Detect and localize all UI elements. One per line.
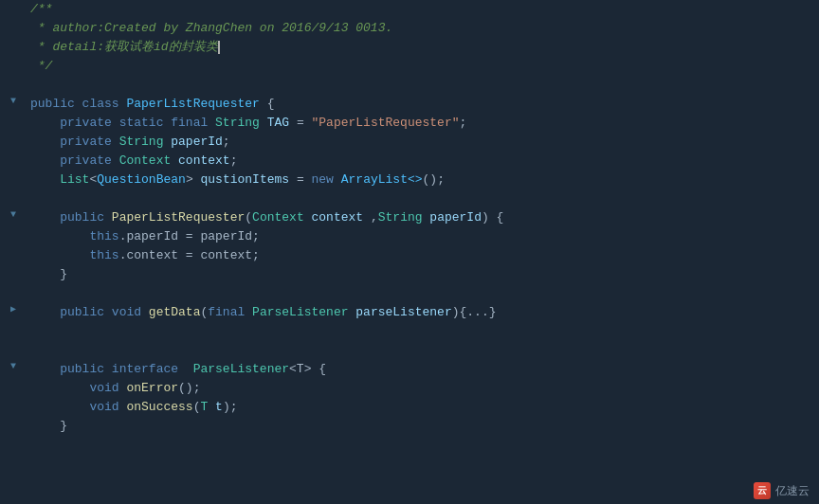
line-gutter (0, 341, 27, 354)
fold-icon[interactable] (7, 76, 20, 89)
code-token: paperId (171, 135, 223, 149)
code-token (30, 248, 89, 262)
line-gutter (0, 436, 27, 449)
line-content: public class PaperListRequester { (27, 95, 819, 114)
line-gutter (0, 322, 27, 335)
line-gutter (0, 227, 27, 241)
code-token (30, 172, 60, 187)
code-token: interface (112, 362, 186, 376)
line-gutter (0, 265, 27, 279)
line-content: public void getData(final ParseListener … (27, 303, 819, 322)
code-token: ParseListener (252, 305, 355, 319)
line-content: /** (27, 0, 819, 19)
code-token (30, 210, 60, 225)
fold-icon[interactable] (7, 0, 20, 13)
code-line (0, 189, 819, 208)
fold-icon[interactable]: ▼ (7, 95, 20, 108)
fold-icon[interactable]: ▶ (7, 474, 20, 476)
code-line (0, 341, 819, 360)
code-token: } (30, 419, 67, 433)
code-token: { (260, 97, 275, 111)
fold-icon[interactable] (7, 379, 20, 392)
fold-icon[interactable] (7, 189, 20, 203)
fold-icon[interactable] (7, 38, 20, 51)
code-token: ( (245, 210, 252, 225)
line-gutter (0, 152, 27, 165)
code-token: 获取试卷id的封装类 (104, 40, 218, 54)
fold-icon[interactable] (7, 246, 20, 260)
fold-icon[interactable] (7, 284, 20, 297)
fold-icon[interactable] (7, 417, 20, 430)
fold-icon[interactable] (7, 152, 20, 165)
code-line: * author:Created by ZhangChen on 2016/9/… (0, 19, 819, 38)
fold-icon[interactable] (7, 341, 20, 354)
line-content: public interface ParseListener<T> { (27, 360, 819, 379)
code-token: ) { (482, 210, 503, 225)
line-gutter (0, 133, 27, 146)
code-area: /** * author:Created by ZhangChen on 201… (0, 0, 819, 476)
line-content: } (27, 417, 819, 436)
code-token: PaperListRequester (126, 97, 259, 111)
fold-icon[interactable] (7, 171, 20, 184)
code-token: onError (126, 381, 178, 395)
code-token: this (89, 248, 118, 262)
code-token: parseListener (355, 305, 451, 319)
fold-icon[interactable] (7, 398, 20, 411)
line-content: void onError(); (27, 379, 819, 398)
code-line: ▼ public interface ParseListener<T> { (0, 360, 819, 379)
code-line: ▶ public void getData(final ParseListene… (0, 303, 819, 322)
code-line (0, 284, 819, 303)
line-content: public PaperListRequester(Context contex… (27, 208, 819, 227)
code-line: } (0, 417, 819, 436)
code-token: public (30, 97, 82, 111)
fold-icon[interactable] (7, 322, 20, 335)
fold-icon[interactable] (7, 133, 20, 146)
code-editor: /** * author:Created by ZhangChen on 201… (0, 0, 819, 504)
code-token: , (371, 210, 378, 225)
line-gutter (0, 171, 27, 184)
watermark-icon: 云 (754, 482, 771, 499)
line-content: this.context = context; (27, 246, 819, 265)
code-token: new (312, 172, 341, 187)
code-line: void onError(); (0, 379, 819, 398)
code-token: T (200, 400, 215, 414)
fold-icon[interactable] (7, 19, 20, 32)
code-token: PaperListRequester (112, 210, 245, 225)
code-line (0, 76, 819, 95)
code-line: ▶ private void parserData(final ParseLis… (0, 474, 819, 476)
fold-icon[interactable] (7, 57, 20, 70)
code-token: ){...} (452, 305, 497, 319)
code-line: private Context context; (0, 152, 819, 171)
code-line: } (0, 265, 819, 284)
fold-icon[interactable] (7, 265, 20, 279)
fold-icon[interactable] (7, 227, 20, 241)
code-token: } (30, 267, 67, 281)
code-token: paperId (429, 210, 482, 225)
code-token (30, 116, 60, 130)
code-line: private static final String TAG = "Paper… (0, 114, 819, 133)
code-token: static (119, 116, 172, 130)
fold-icon[interactable]: ▼ (7, 208, 20, 222)
line-content: * author:Created by ZhangChen on 2016/9/… (27, 19, 819, 38)
line-gutter: ▶ (0, 303, 27, 316)
line-content: * detail:获取试卷id的封装类 (27, 38, 819, 57)
line-gutter (0, 398, 27, 411)
code-token: public (60, 362, 112, 376)
line-content: this.paperId = paperId; (27, 227, 819, 246)
fold-icon[interactable] (7, 436, 20, 449)
line-content: List<QuestionBean> qustionItems = new Ar… (27, 171, 819, 189)
line-content: private static final String TAG = "Paper… (27, 114, 819, 133)
fold-icon[interactable]: ▼ (7, 360, 20, 373)
code-token: void (112, 305, 149, 319)
fold-icon[interactable] (7, 455, 20, 468)
code-token: .context = context; (119, 248, 260, 262)
fold-icon[interactable] (7, 114, 20, 127)
line-content: */ (27, 57, 819, 76)
code-line (0, 436, 819, 455)
line-content: private void parserData(final ParseListe… (27, 474, 819, 476)
code-token: ArrayList<> (341, 172, 423, 187)
fold-icon[interactable]: ▶ (7, 303, 20, 316)
code-token: String (215, 116, 267, 130)
line-content: private Context context; (27, 152, 819, 171)
code-line: ▼ public PaperListRequester(Context cont… (0, 208, 819, 227)
